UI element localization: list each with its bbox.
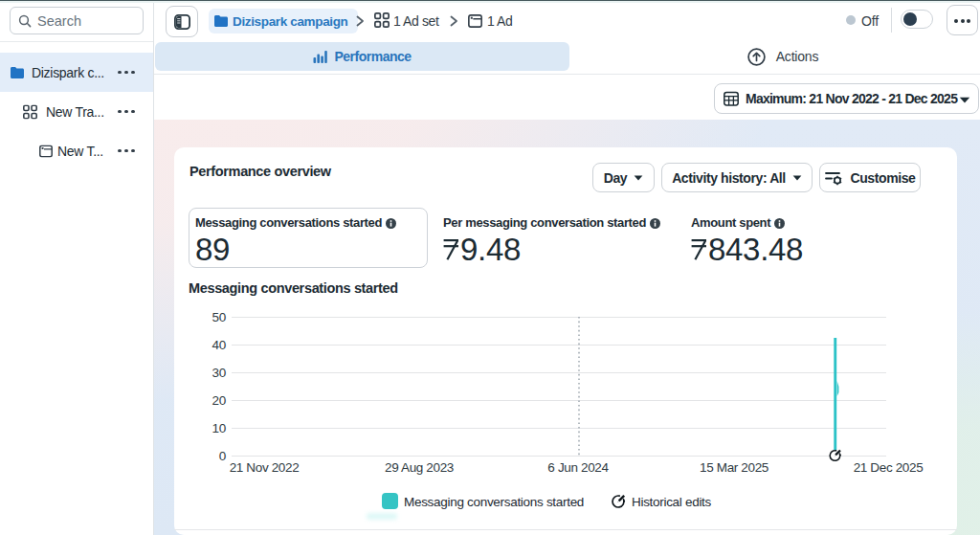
svg-text:Messaging conversations starte: Messaging conversations started (404, 495, 584, 509)
svg-text:Historical edits: Historical edits (632, 495, 712, 509)
svg-text:40: 40 (212, 338, 226, 352)
svg-text:20: 20 (212, 393, 226, 408)
svg-text:30: 30 (212, 366, 226, 380)
svg-text:21 Nov 2022: 21 Nov 2022 (230, 460, 300, 475)
svg-text:15 Mar 2025: 15 Mar 2025 (700, 460, 768, 475)
svg-text:50: 50 (212, 310, 226, 324)
svg-text:0: 0 (219, 449, 226, 463)
svg-text:29 Aug 2023: 29 Aug 2023 (385, 460, 454, 475)
svg-text:21 Dec 2025: 21 Dec 2025 (854, 460, 924, 475)
svg-text:10: 10 (212, 421, 226, 435)
svg-text:6 Jun 2024: 6 Jun 2024 (547, 460, 609, 475)
